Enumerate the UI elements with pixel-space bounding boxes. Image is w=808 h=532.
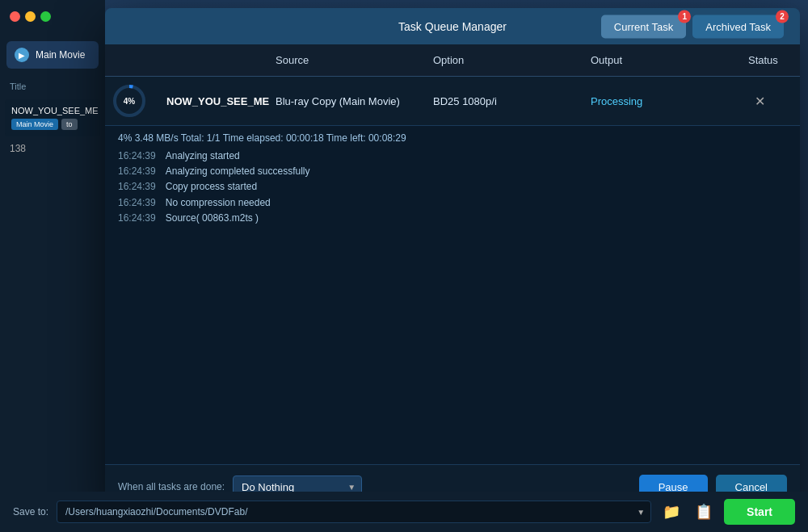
th-status: Status <box>735 44 784 76</box>
tab-area: Current Task 1 Archived Task 2 <box>601 15 784 38</box>
table-row: 4% NOW_YOU_SEE_ME Blu-ray Copy (Main Mov… <box>105 77 800 126</box>
task-queue-modal: Task Queue Manager Current Task 1 Archiv… <box>105 8 800 509</box>
current-task-tab[interactable]: Current Task 1 <box>601 15 686 38</box>
td-output: BD25 1080p/i <box>420 89 578 114</box>
save-path-input[interactable] <box>57 501 651 523</box>
file-item: NOW_YOU_SEE_ME Main Movie to <box>5 99 100 136</box>
log-time: 16:24:39 <box>118 179 156 195</box>
left-sidebar: ▶ Main Movie Title NOW_YOU_SEE_ME Main M… <box>0 0 105 532</box>
tag-to: to <box>61 119 78 130</box>
save-path-wrap: ▼ <box>57 501 651 523</box>
log-entries: 16:24:39Analyzing started16:24:39Analyzi… <box>118 149 787 226</box>
traffic-lights <box>0 0 105 33</box>
save-bar: Save to: ▼ 📁 📋 Start <box>0 492 808 532</box>
td-source: NOW_YOU_SEE_ME <box>154 89 263 114</box>
td-status: Processing <box>578 89 735 114</box>
minimize-button[interactable] <box>25 11 36 22</box>
log-message: Source( 00863.m2ts ) <box>166 211 259 226</box>
start-button[interactable]: Start <box>724 499 795 525</box>
empty-area <box>105 232 800 394</box>
log-time: 16:24:39 <box>118 195 156 211</box>
log-message: Analyzing started <box>166 149 240 164</box>
log-area: 4% 3.48 MB/s Total: 1/1 Time elapsed: 00… <box>105 126 800 232</box>
when-done-label: When all tasks are done: <box>118 481 225 492</box>
file-tags: Main Movie to <box>11 119 94 130</box>
archived-task-badge: 2 <box>776 10 789 23</box>
modal-title: Task Queue Manager <box>398 20 507 33</box>
file-num: 138 <box>0 140 105 157</box>
log-entry: 16:24:39No compression needed <box>118 195 787 211</box>
close-button[interactable] <box>10 11 20 22</box>
main-movie-icon: ▶ <box>15 48 29 62</box>
th-option: Option <box>420 44 578 76</box>
file-name: NOW_YOU_SEE_ME <box>11 106 94 115</box>
th-source: Source <box>263 44 420 76</box>
log-entry: 16:24:39Copy process started <box>118 179 787 195</box>
td-option: Blu-ray Copy (Main Movie) <box>263 89 420 114</box>
log-message: No compression needed <box>166 195 271 211</box>
log-entry: 16:24:39Analyzing started <box>118 149 787 164</box>
log-entry: 16:24:39Analyzing completed successfully <box>118 164 787 179</box>
log-time: 16:24:39 <box>118 149 156 164</box>
close-task-btn[interactable]: ✕ <box>735 94 784 109</box>
log-message: Analyzing completed successfully <box>166 164 310 179</box>
maximize-button[interactable] <box>40 11 51 22</box>
tag-main-movie: Main Movie <box>11 119 58 130</box>
log-entry: 16:24:39Source( 00863.m2ts ) <box>118 211 787 226</box>
modal-titlebar: Task Queue Manager Current Task 1 Archiv… <box>105 8 800 44</box>
progress-percent: 4% <box>124 97 135 106</box>
copy-button[interactable]: 📋 <box>692 500 716 524</box>
save-label: Save to: <box>13 506 48 517</box>
save-path-arrow-icon: ▼ <box>637 508 645 517</box>
th-output: Output <box>578 44 735 76</box>
table-header: Source Option Output Status <box>105 44 800 77</box>
main-movie-btn[interactable]: ▶ Main Movie <box>6 41 99 69</box>
progress-circle-wrap: 4% <box>105 83 154 119</box>
main-movie-label: Main Movie <box>36 49 85 61</box>
progress-line: 4% 3.48 MB/s Total: 1/1 Time elapsed: 00… <box>118 132 787 144</box>
modal-content: Source Option Output Status 4% <box>105 44 800 464</box>
app-window: ▶ Main Movie Title NOW_YOU_SEE_ME Main M… <box>0 0 808 532</box>
log-message: Copy process started <box>166 179 257 195</box>
title-label: Title <box>0 77 105 96</box>
progress-circle: 4% <box>112 83 147 119</box>
log-time: 16:24:39 <box>118 211 156 226</box>
log-time: 16:24:39 <box>118 164 156 179</box>
browse-folder-button[interactable]: 📁 <box>659 500 684 524</box>
current-task-badge: 1 <box>678 10 691 23</box>
archived-task-tab[interactable]: Archived Task 2 <box>692 15 784 38</box>
